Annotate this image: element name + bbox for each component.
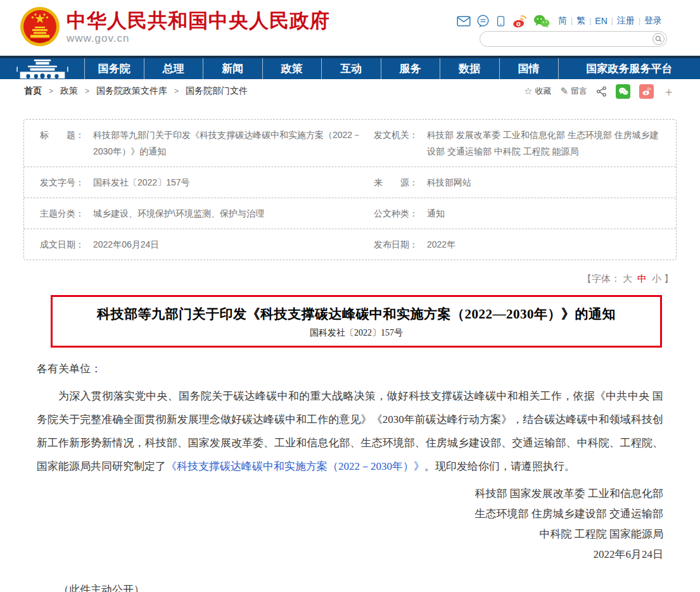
register-link[interactable]: 注册	[617, 15, 635, 27]
site-header: 中华人民共和国中央人民政府 www.gov.cn	[0, 0, 700, 56]
nav-item-xinwen[interactable]: 新闻	[203, 58, 262, 79]
meta-label-doc-number: 发文字号：	[40, 174, 84, 191]
meta-label-doc-type: 公文种类：	[374, 205, 418, 222]
divider: |	[611, 16, 613, 25]
national-emblem-icon	[19, 6, 61, 47]
article-body: 各有关单位： 为深入贯彻落实党中央、国务院关于碳达峰碳中和的重大战略决策，做好科…	[37, 360, 663, 592]
comment-button[interactable]: ✎ 留言	[560, 85, 587, 97]
font-size-medium-button[interactable]: 中	[637, 273, 647, 284]
lang-english-link[interactable]: EN	[595, 16, 607, 26]
share-wechat-icon[interactable]	[616, 84, 630, 99]
font-size-small-button[interactable]: 小	[652, 273, 661, 284]
font-size-large-button[interactable]: 大	[623, 273, 632, 284]
breadcrumb: 首页 > 政策 > 国务院政策文件库 > 国务院部门文件	[24, 85, 248, 97]
meta-label-publish-date: 发布日期：	[374, 236, 418, 253]
favorite-label: 收藏	[535, 85, 551, 97]
implementation-plan-link[interactable]: 《科技支撑碳达峰碳中和实施方案（2022－2030年）》	[166, 460, 424, 472]
meta-value-category: 城乡建设、环境保护\环境监测、保护与治理	[93, 205, 264, 222]
breadcrumb-separator: >	[174, 87, 179, 96]
main-nav: 国务院 总理 新闻 政策 互动 服务 数据 国情 国家政务服务平台	[0, 56, 700, 79]
meta-value-issuing-agency: 科技部 发展改革委 工业和信息化部 生态环境部 住房城乡建设部 交通运输部 中科…	[427, 127, 665, 160]
share-icon[interactable]	[596, 86, 607, 97]
lang-links: 简 | 繁 | EN | 注册 | 登录	[558, 15, 662, 27]
meta-value-title: 科技部等九部门关于印发《科技支撑碳达峰碳中和实施方案（2022－2030年）》的…	[93, 127, 374, 160]
meta-row-title-agency: 标 题： 科技部等九部门关于印发《科技支撑碳达峰碳中和实施方案（2022－203…	[24, 120, 676, 167]
nav-item-guowuyuan[interactable]: 国务院	[84, 58, 144, 79]
document-meta-table: 标 题： 科技部等九部门关于印发《科技支撑碳达峰碳中和实施方案（2022－203…	[23, 119, 677, 260]
breadcrumb-department-docs[interactable]: 国务院部门文件	[186, 85, 248, 97]
nav-item-guoqing[interactable]: 国情	[499, 58, 559, 79]
pencil-icon: ✎	[560, 85, 568, 97]
mobile-phone-icon[interactable]	[495, 15, 506, 28]
meta-row-category-type: 主题分类： 城乡建设、环境保护\环境监测、保护与治理 公文种类： 通知	[24, 198, 676, 229]
meta-value-doc-number: 国科发社〔2022〕157号	[93, 174, 190, 191]
meta-label-issuing-agency: 发文机关：	[374, 127, 418, 143]
page-actions: ☆ 收藏 ✎ 留言	[524, 84, 675, 99]
meta-label-title: 标 题：	[40, 127, 84, 143]
nav-item-fuwu[interactable]: 服务	[381, 58, 440, 79]
meta-row-dates: 成文日期： 2022年06月24日 发布日期： 2022年	[24, 229, 676, 260]
paragraph-text-after-link: 。现印发给你们，请遵照执行。	[424, 460, 575, 472]
salutation: 各有关单位：	[37, 360, 663, 378]
nav-item-zhengwu-platform[interactable]: 国家政务服务平台	[558, 58, 700, 79]
meta-row-docnum-source: 发文字号： 国科发社〔2022〕157号 来 源： 科技部网站	[24, 167, 676, 198]
meta-value-doc-type: 通知	[427, 205, 445, 222]
meta-label-source: 来 源：	[374, 174, 418, 191]
site-url: www.gov.cn	[67, 32, 330, 45]
document-title-box: 科技部等九部门关于印发《科技支撑碳达峰碳中和实施方案（2022—2030年）》的…	[51, 295, 662, 348]
meta-value-written-date: 2022年06月24日	[93, 236, 159, 253]
signature-date: 2022年6月24日	[37, 545, 663, 565]
login-link[interactable]: 登录	[644, 15, 662, 27]
document-number: 国科发社〔2022〕157号	[60, 327, 652, 339]
header-utility-row: 简 | 繁 | EN | 注册 | 登录	[457, 13, 662, 28]
weibo-icon[interactable]	[512, 14, 528, 28]
comment-label: 留言	[571, 85, 587, 97]
breadcrumb-policy-library[interactable]: 国务院政策文件库	[96, 85, 167, 97]
wechat-icon[interactable]	[533, 14, 550, 28]
breadcrumb-home[interactable]: 首页	[24, 85, 42, 97]
meta-value-publish-date: 2022年	[427, 236, 455, 253]
signature-line: 科技部 国家发展改革委 工业和信息化部	[37, 484, 663, 504]
main-paragraph: 为深入贯彻落实党中央、国务院关于碳达峰碳中和的重大战略决策，做好科技支撑碳达峰碳…	[37, 384, 663, 478]
font-size-control: 【字体：大中小】	[0, 273, 673, 285]
star-icon: ☆	[524, 85, 532, 97]
divider: |	[571, 16, 573, 25]
breadcrumb-zhengce[interactable]: 政策	[60, 85, 78, 97]
breadcrumb-separator: >	[85, 87, 89, 96]
search-input[interactable]	[488, 32, 646, 46]
search-box	[480, 31, 667, 47]
nav-item-zongli[interactable]: 总理	[144, 58, 203, 79]
lang-traditional-link[interactable]: 繁	[576, 15, 585, 27]
signature-line: 生态环境部 住房城乡建设部 交通运输部	[37, 504, 663, 524]
favorite-button[interactable]: ☆ 收藏	[524, 85, 551, 97]
font-control-prefix: 【字体：	[582, 273, 620, 284]
breadcrumb-separator: >	[49, 87, 53, 96]
lang-simplified-link[interactable]: 简	[558, 15, 567, 27]
font-control-suffix: 】	[664, 273, 673, 284]
search-icon[interactable]	[652, 33, 665, 45]
mail-icon[interactable]	[457, 16, 471, 27]
divider: |	[589, 16, 591, 25]
more-share-button[interactable]: ＋	[663, 85, 675, 98]
document-title: 科技部等九部门关于印发《科技支撑碳达峰碳中和实施方案（2022—2030年）》的…	[60, 305, 652, 323]
share-weibo-icon[interactable]	[639, 84, 654, 99]
disclosure-note: （此件主动公开）	[37, 583, 663, 592]
nav-item-zhengce[interactable]: 政策	[262, 58, 322, 79]
site-logo-link[interactable]: 中华人民共和国中央人民政府 www.gov.cn	[19, 6, 330, 47]
meta-label-written-date: 成文日期：	[40, 236, 84, 253]
divider: |	[639, 16, 640, 25]
breadcrumb-row: 首页 > 政策 > 国务院政策文件库 > 国务院部门文件 ☆ 收藏 ✎ 留言	[0, 79, 700, 103]
meta-value-source: 科技部网站	[427, 174, 471, 191]
site-title: 中华人民共和国中央人民政府	[67, 10, 330, 32]
signature-line: 中科院 工程院 国家能源局	[37, 524, 663, 545]
meta-label-category: 主题分类：	[40, 205, 84, 222]
nav-item-hudong[interactable]: 互动	[321, 58, 381, 79]
nav-home-building-icon[interactable]	[0, 58, 84, 79]
nav-item-shuju[interactable]: 数据	[440, 58, 499, 79]
signature-block: 科技部 国家发展改革委 工业和信息化部 生态环境部 住房城乡建设部 交通运输部 …	[37, 484, 663, 565]
message-bubble-icon[interactable]	[476, 15, 490, 28]
